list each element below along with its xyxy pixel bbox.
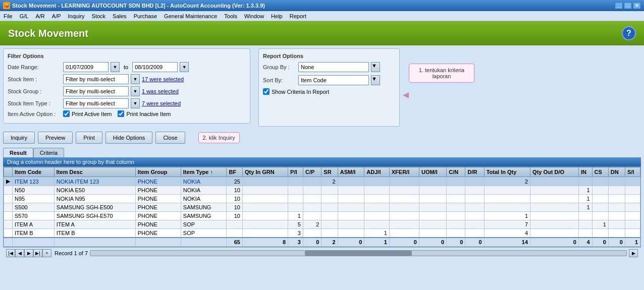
cell-qty_out xyxy=(530,212,579,220)
menu-item-purchase[interactable]: Purchase xyxy=(132,13,158,20)
filter-options-panel: Filter Options Date Range: ▼ to ▼ Stock … xyxy=(3,48,250,124)
date-from-input[interactable] xyxy=(63,62,109,72)
col-header-7[interactable]: P/I xyxy=(288,167,303,177)
app-header: Stock Movement ? xyxy=(0,21,644,45)
total-cell-type xyxy=(181,238,227,247)
stock-item-filter[interactable] xyxy=(63,74,129,84)
table-row[interactable]: ITEM AITEM APHONESOP5271 xyxy=(4,220,640,229)
col-header-21[interactable]: S/I xyxy=(625,167,640,177)
stock-item-filter-btn[interactable]: ▼ xyxy=(131,74,140,84)
preview-button[interactable]: Preview xyxy=(38,132,73,144)
stock-group-filter-btn[interactable]: ▼ xyxy=(131,86,140,96)
help-button[interactable]: ? xyxy=(622,26,636,40)
menu-item-inquiry[interactable]: Inquiry xyxy=(67,13,86,20)
col-header-20[interactable]: DN xyxy=(608,167,625,177)
menu-item-general-maintenance[interactable]: General Maintenance xyxy=(163,13,219,20)
table-row[interactable]: S570SAMSUNG SGH-E570PHONESAMSUNG1011 xyxy=(4,212,640,220)
cell-asmi xyxy=(338,220,364,229)
col-header-2[interactable]: Item Desc xyxy=(54,167,135,177)
table-row[interactable]: S500SAMSUNG SGH-E500PHONESAMSUNG101 xyxy=(4,203,640,212)
col-header-11[interactable]: ADJ/I xyxy=(364,167,389,177)
scroll-right-button[interactable]: ▶ xyxy=(629,249,638,257)
cell-code: N50 xyxy=(13,186,55,195)
cell-desc: ITEM A xyxy=(54,220,135,229)
cell-asmi xyxy=(338,195,364,203)
sort-by-select[interactable] xyxy=(298,75,369,85)
col-header-12[interactable]: XFER/I xyxy=(389,167,419,177)
table-row[interactable]: ITEM BITEM BPHONESOP314 xyxy=(4,229,640,238)
show-criteria-checkbox[interactable] xyxy=(263,88,270,95)
date-to-picker[interactable]: ▼ xyxy=(180,62,189,72)
col-header-8[interactable]: C/P xyxy=(303,167,321,177)
total-cell-total_in: 14 xyxy=(484,238,530,247)
menu-item-sales[interactable]: Sales xyxy=(111,13,128,20)
tab-criteria[interactable]: Criteria xyxy=(33,148,64,157)
menu-item-a/p[interactable]: A/P xyxy=(50,13,63,20)
col-header-18[interactable]: IN xyxy=(578,167,592,177)
hide-options-button[interactable]: Hide Options xyxy=(105,132,153,144)
col-header-3[interactable]: Item Group xyxy=(135,167,181,177)
nav-add-button[interactable]: + xyxy=(42,249,51,257)
tab-result[interactable]: Result xyxy=(3,148,33,157)
cell-cp: 2 xyxy=(303,220,321,229)
col-header-1[interactable]: Item Code xyxy=(13,167,55,177)
menu-item-g/l[interactable]: G/L xyxy=(18,13,30,20)
stock-group-filter[interactable] xyxy=(63,86,129,96)
stock-type-filter-btn[interactable]: ▼ xyxy=(131,98,140,108)
stock-type-filter[interactable] xyxy=(63,98,129,108)
cell-asmi xyxy=(338,229,364,238)
close-button-main[interactable]: Close xyxy=(155,132,185,144)
menu-item-tools[interactable]: Tools xyxy=(223,13,239,20)
table-row[interactable]: N50NOKIA E50PHONENOKIA101 xyxy=(4,186,640,195)
col-header-5[interactable]: BF xyxy=(227,167,243,177)
col-header-6[interactable]: Qty In GRN xyxy=(242,167,288,177)
menu-item-help[interactable]: Help xyxy=(270,13,284,20)
cell-adji: 1 xyxy=(364,229,389,238)
cell-in xyxy=(578,229,592,238)
stock-type-selected-link[interactable]: 7 were selected xyxy=(142,100,181,106)
cell-cn xyxy=(447,177,465,186)
col-header-17[interactable]: Qty Out D/O xyxy=(530,167,579,177)
nav-next-button[interactable]: ▶ xyxy=(24,249,33,257)
menu-item-a/r[interactable]: A/R xyxy=(34,13,46,20)
menu-item-window[interactable]: Window xyxy=(243,13,265,20)
inquiry-button[interactable]: Inquiry xyxy=(3,132,35,144)
nav-prev-button[interactable]: ◀ xyxy=(15,249,24,257)
table-row[interactable]: ▶ITEM 123NOKIA ITEM 123PHONENOKIA2522 xyxy=(4,177,640,186)
menu-item-report[interactable]: Report xyxy=(288,13,308,20)
col-header-10[interactable]: ASM/I xyxy=(338,167,364,177)
col-header-4[interactable]: Item Type ↑ xyxy=(181,167,227,177)
cell-group: PHONE xyxy=(135,212,181,220)
col-header-19[interactable]: CS xyxy=(592,167,608,177)
maximize-button[interactable]: □ xyxy=(624,2,632,9)
col-header-9[interactable]: SR xyxy=(321,167,338,177)
close-button[interactable]: ✕ xyxy=(633,2,641,9)
record-info: Record 1 of 7 xyxy=(55,250,88,256)
print-button[interactable]: Print xyxy=(76,132,102,144)
stock-item-selected-link[interactable]: 17 were selected xyxy=(142,76,184,82)
cell-dr xyxy=(465,186,484,195)
nav-first-button[interactable]: |◀ xyxy=(6,249,15,257)
menu-item-file[interactable]: File xyxy=(2,13,14,20)
group-by-btn[interactable]: ▼ xyxy=(371,62,380,72)
col-header-14[interactable]: C/N xyxy=(447,167,465,177)
table-row[interactable]: N95NOKIA N95PHONENOKIA101 xyxy=(4,195,640,203)
col-header-0[interactable] xyxy=(4,167,13,177)
nav-last-button[interactable]: ▶| xyxy=(33,249,42,257)
col-header-15[interactable]: D/R xyxy=(465,167,484,177)
cell-total_in: 2 xyxy=(484,177,530,186)
menu-item-stock[interactable]: Stock xyxy=(90,13,108,20)
date-from-picker[interactable]: ▼ xyxy=(111,62,120,72)
horizontal-scrollbar[interactable] xyxy=(90,250,627,256)
col-header-16[interactable]: Total In Qty xyxy=(484,167,530,177)
stock-group-selected-link[interactable]: 1 was selected xyxy=(142,88,179,94)
print-inactive-checkbox[interactable] xyxy=(118,110,124,117)
date-to-input[interactable] xyxy=(132,62,178,72)
cell-qty_out xyxy=(530,229,579,238)
group-by-select[interactable] xyxy=(298,62,369,72)
sort-by-btn[interactable]: ▼ xyxy=(371,75,380,85)
print-active-checkbox[interactable] xyxy=(63,110,70,117)
cell-si xyxy=(625,229,640,238)
col-header-13[interactable]: UOM/I xyxy=(419,167,446,177)
minimize-button[interactable]: _ xyxy=(615,2,623,9)
